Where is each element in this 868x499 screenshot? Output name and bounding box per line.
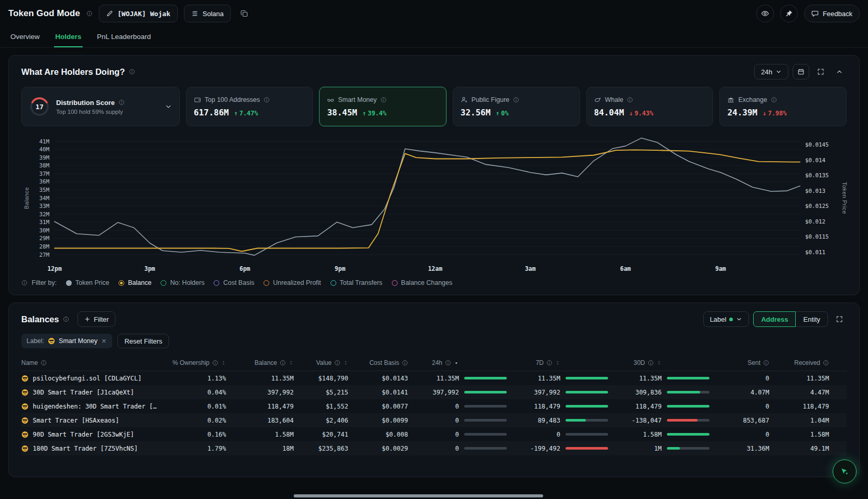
svg-text:35M: 35M xyxy=(39,187,49,193)
tab-holders[interactable]: Holders xyxy=(54,27,82,47)
col-cost-basis[interactable]: Cost Basis xyxy=(351,359,411,366)
info-icon[interactable] xyxy=(771,97,777,103)
legend-token-price[interactable]: Token Price xyxy=(66,279,109,286)
toggle-address[interactable]: Address xyxy=(753,311,796,327)
feedback-button[interactable]: Feedback xyxy=(804,5,860,22)
col-sent[interactable]: Sent xyxy=(713,359,772,366)
legend-balance[interactable]: Balance xyxy=(119,279,151,286)
holder-name[interactable]: 90D Smart Trader [2GS3wKjE] xyxy=(33,431,134,438)
sort-icon[interactable] xyxy=(343,360,348,365)
sort-icon[interactable] xyxy=(656,360,662,365)
collapse-button[interactable] xyxy=(832,64,847,79)
chevron-down-icon xyxy=(775,69,782,75)
smart-money-emoji-icon xyxy=(21,417,29,424)
close-icon[interactable] xyxy=(101,338,107,344)
info-icon[interactable] xyxy=(119,99,125,106)
col-received[interactable]: Received xyxy=(772,359,832,366)
toggle-entity[interactable]: Entity xyxy=(796,311,828,327)
col-balance[interactable]: Balance xyxy=(229,359,297,366)
horizontal-scrollbar-thumb[interactable] xyxy=(294,494,543,497)
table-row[interactable]: Smart Tracer [HSAxeaos] 0.02% 183,604 $2… xyxy=(21,413,847,427)
info-icon[interactable] xyxy=(264,97,270,103)
info-icon[interactable] xyxy=(129,69,135,75)
stat-card-whale[interactable]: Whale 84.04M ↓9.43% xyxy=(586,87,714,126)
token-selector[interactable]: [WOJAK] Wojak xyxy=(99,5,178,22)
stat-card-public-figure[interactable]: Public Figure 32.56M ↑0% xyxy=(453,87,580,126)
table-row[interactable]: 180D Smart Trader [7Z5VhcNS] 1.79% 18M $… xyxy=(21,441,847,455)
svg-text:32M: 32M xyxy=(39,211,49,218)
info-icon[interactable] xyxy=(648,360,654,366)
info-icon[interactable] xyxy=(513,97,519,103)
timeframe-select[interactable]: 24h xyxy=(754,64,788,80)
active-filter-chip[interactable]: Label: Smart Money xyxy=(21,334,112,348)
table-row[interactable]: 90D Smart Trader [2GS3wKjE] 0.16% 1.58M … xyxy=(21,427,847,441)
table-row[interactable]: huigendeshen: 30D Smart Trader [… 0.01% … xyxy=(21,399,847,413)
info-icon[interactable] xyxy=(280,360,286,366)
fullscreen-button[interactable] xyxy=(813,64,828,79)
info-icon[interactable] xyxy=(63,316,69,322)
smart-money-emoji-icon xyxy=(21,445,29,452)
copy-contract-button[interactable] xyxy=(237,6,252,21)
info-icon[interactable] xyxy=(21,280,28,286)
edit-icon xyxy=(106,10,113,17)
legend-no-holders[interactable]: No: Holders xyxy=(161,279,204,286)
sort-icon[interactable] xyxy=(221,360,226,365)
info-icon[interactable] xyxy=(445,360,451,366)
watchers-button[interactable] xyxy=(756,5,774,22)
add-filter-button[interactable]: Filter xyxy=(77,311,115,327)
chain-selector[interactable]: Solana xyxy=(184,5,231,22)
col-30d[interactable]: 30D xyxy=(611,359,713,366)
legend-total-transfers[interactable]: Total Transfers xyxy=(331,279,383,286)
ai-assistant-button[interactable] xyxy=(833,459,857,483)
holder-name[interactable]: Smart Tracer [HSAxeaos] xyxy=(33,417,119,424)
change-bar xyxy=(464,419,507,422)
reset-filters-button[interactable]: Reset Filters xyxy=(117,334,169,348)
holders-chart[interactable]: 41M40M39M38M37M36M35M34M33M32M31M30M29M2… xyxy=(21,132,848,276)
value-cell: $2,406 xyxy=(297,417,351,424)
info-icon[interactable] xyxy=(212,360,218,366)
info-icon[interactable] xyxy=(334,360,340,366)
legend-balance-changes[interactable]: Balance Changes xyxy=(392,279,453,286)
info-icon[interactable] xyxy=(546,360,553,366)
info-icon[interactable] xyxy=(380,97,387,103)
col-24h[interactable]: 24h xyxy=(411,359,510,366)
holder-name[interactable]: psilocybefungi.sol [CDLaGYCL] xyxy=(33,375,142,382)
col-name[interactable]: Name xyxy=(21,359,177,366)
info-icon[interactable] xyxy=(627,97,633,103)
bar-fill xyxy=(667,405,709,408)
pin-button[interactable] xyxy=(780,5,798,22)
table-row[interactable]: 30D Smart Trader [J1caQeXt] 0.04% 397,99… xyxy=(21,385,847,399)
holder-name[interactable]: 180D Smart Trader [7Z5VhcNS] xyxy=(33,445,138,452)
col-7d[interactable]: 7D xyxy=(510,359,611,366)
info-icon[interactable] xyxy=(763,360,769,366)
distribution-score-label: Distribution Score xyxy=(56,99,115,107)
stat-card-top100-addresses[interactable]: Top 100 Addresses 617.86M ↑7.47% xyxy=(186,87,313,126)
label-dropdown[interactable]: Label xyxy=(703,311,749,327)
balance-cell: 11.35M xyxy=(229,375,297,382)
calendar-button[interactable] xyxy=(793,64,809,80)
sort-icon[interactable] xyxy=(288,360,294,365)
legend-unrealized-profit[interactable]: Unrealized Profit xyxy=(264,279,321,286)
legend-cost-basis[interactable]: Cost Basis xyxy=(214,279,254,286)
info-icon[interactable] xyxy=(402,360,408,366)
distribution-score-card[interactable]: 17 Distribution Score Top 100 hold 59% s… xyxy=(21,87,180,126)
col-ownership[interactable]: % Ownership xyxy=(177,359,229,366)
svg-text:$0.013: $0.013 xyxy=(805,188,825,194)
tab-overview[interactable]: Overview xyxy=(9,27,41,47)
sort-icon[interactable] xyxy=(555,360,560,365)
info-icon[interactable] xyxy=(823,360,829,366)
stat-card-smart-money[interactable]: Smart Money 38.45M ↑39.4% xyxy=(319,87,446,126)
fullscreen-button[interactable] xyxy=(832,312,847,326)
tab-pnl-leaderboard[interactable]: PnL Leaderboard xyxy=(96,27,152,47)
info-icon[interactable] xyxy=(41,360,47,366)
holder-name[interactable]: 30D Smart Trader [J1caQeXt] xyxy=(33,389,134,396)
table-row[interactable]: psilocybefungi.sol [CDLaGYCL] 1.13% 11.3… xyxy=(21,371,847,385)
svg-text:34M: 34M xyxy=(39,195,49,202)
col-value[interactable]: Value xyxy=(297,359,351,366)
chevron-down-icon[interactable] xyxy=(165,103,172,110)
info-icon[interactable] xyxy=(86,10,93,17)
holder-name[interactable]: huigendeshen: 30D Smart Trader [… xyxy=(33,403,156,410)
stat-card-exchange[interactable]: Exchange 24.39M ↓7.98% xyxy=(719,87,847,126)
sort-desc-icon[interactable] xyxy=(454,360,459,365)
change-bar xyxy=(667,419,709,422)
